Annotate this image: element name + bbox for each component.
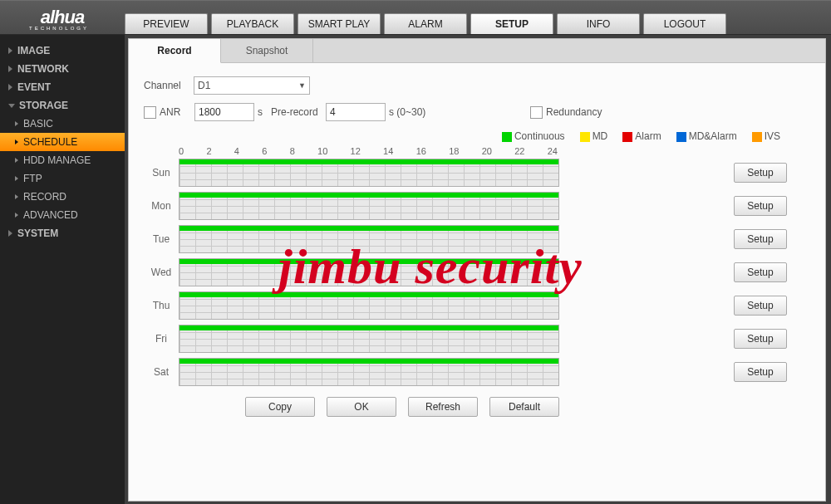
- redundancy-checkbox[interactable]: [530, 106, 543, 119]
- setup-button-mon[interactable]: Setup: [734, 196, 787, 216]
- brand-sub: TECHNOLOGY: [29, 26, 89, 31]
- day-label: Mon: [144, 200, 179, 212]
- hour-tick: 6: [262, 146, 267, 156]
- hour-tick: 24: [548, 146, 558, 156]
- sidebar-item-advanced[interactable]: ADVANCED: [0, 206, 125, 224]
- hour-tick: 0: [179, 146, 184, 156]
- anr-unit: s: [254, 106, 271, 118]
- continuous-bar: [179, 259, 558, 264]
- top-tab-info[interactable]: INFO: [557, 13, 640, 34]
- top-tab-playback[interactable]: PLAYBACK: [211, 13, 294, 34]
- day-grid[interactable]: [179, 291, 559, 320]
- ok-button[interactable]: OK: [327, 397, 396, 417]
- sidebar-item-schedule[interactable]: SCHEDULE: [0, 133, 125, 151]
- top-tab-setup[interactable]: SETUP: [470, 13, 553, 34]
- setup-button-sun[interactable]: Setup: [734, 163, 787, 183]
- redundancy-label: Redundancy: [546, 106, 602, 118]
- continuous-bar: [179, 359, 558, 364]
- top-tab-smart-play[interactable]: SMART PLAY: [297, 13, 381, 34]
- setup-button-sat[interactable]: Setup: [734, 362, 787, 382]
- schedule-row-sat: SatSetup: [144, 355, 810, 389]
- main-area: RecordSnapshot Channel D1 ▼ ANR: [125, 35, 831, 504]
- sidebar-item-hdd-manage[interactable]: HDD MANAGE: [0, 151, 125, 169]
- day-grid[interactable]: [179, 358, 559, 386]
- prerecord-input[interactable]: [326, 103, 386, 121]
- refresh-button[interactable]: Refresh: [408, 397, 478, 417]
- setup-button-thu[interactable]: Setup: [734, 296, 787, 316]
- day-grid[interactable]: [179, 192, 559, 220]
- top-tab-alarm[interactable]: ALARM: [384, 13, 467, 34]
- hour-tick: 20: [482, 146, 492, 156]
- setup-button-fri[interactable]: Setup: [734, 329, 787, 349]
- day-label: Sun: [144, 167, 179, 179]
- day-grid[interactable]: [179, 325, 559, 353]
- hour-tick: 10: [317, 146, 327, 156]
- chevron-down-icon: ▼: [298, 81, 306, 90]
- top-tabs: PREVIEWPLAYBACKSMART PLAYALARMSETUPINFOL…: [125, 1, 726, 34]
- top-tab-preview[interactable]: PREVIEW: [125, 13, 208, 34]
- legend-swatch: [580, 132, 590, 142]
- default-button[interactable]: Default: [489, 397, 559, 417]
- inner-tabs: RecordSnapshot: [129, 39, 825, 63]
- schedule-row-thu: ThuSetup: [144, 289, 810, 322]
- brand-logo: alhua TECHNOLOGY: [0, 1, 125, 34]
- sidebar-cat-storage[interactable]: STORAGE: [0, 96, 125, 115]
- day-grid[interactable]: [179, 258, 559, 286]
- channel-select[interactable]: D1 ▼: [194, 76, 310, 95]
- hour-tick: 8: [290, 146, 295, 156]
- hour-tick: 14: [383, 146, 393, 156]
- panel: RecordSnapshot Channel D1 ▼ ANR: [128, 38, 826, 502]
- inner-tab-record[interactable]: Record: [129, 39, 221, 63]
- copy-button[interactable]: Copy: [245, 397, 315, 417]
- schedule-row-fri: FriSetup: [144, 322, 810, 355]
- sidebar-cat-system[interactable]: SYSTEM: [0, 224, 125, 242]
- schedule-chart: 024681012141618202224 SunSetupMonSetupTu…: [144, 146, 810, 389]
- schedule-row-sun: SunSetup: [144, 156, 810, 189]
- schedule-row-mon: MonSetup: [144, 189, 810, 223]
- day-label: Sat: [144, 366, 179, 378]
- sidebar-cat-event[interactable]: EVENT: [0, 78, 125, 96]
- legend-swatch: [622, 132, 632, 142]
- triangle-icon: [8, 230, 12, 237]
- anr-seconds-input[interactable]: [194, 103, 254, 121]
- sidebar-cat-network[interactable]: NETWORK: [0, 60, 125, 78]
- bottom-buttons: Copy OK Refresh Default: [245, 397, 810, 417]
- triangle-icon: [8, 66, 12, 72]
- triangle-icon: [8, 104, 15, 108]
- legend-item-continuous: Continuous: [502, 130, 565, 142]
- prerecord-label: Pre-record: [271, 106, 326, 118]
- continuous-bar: [179, 292, 558, 297]
- schedule-row-wed: WedSetup: [144, 256, 810, 289]
- inner-tab-snapshot[interactable]: Snapshot: [221, 39, 313, 62]
- sidebar: IMAGENETWORKEVENTSTORAGEBASICSCHEDULEHDD…: [0, 35, 125, 504]
- legend-item-alarm: Alarm: [622, 130, 661, 142]
- legend-swatch: [676, 132, 686, 142]
- sidebar-item-record[interactable]: RECORD: [0, 188, 125, 206]
- day-label: Fri: [144, 333, 179, 345]
- legend: ContinuousMDAlarmMD&AlarmIVS: [144, 128, 810, 144]
- top-header: alhua TECHNOLOGY PREVIEWPLAYBACKSMART PL…: [0, 0, 831, 35]
- day-grid[interactable]: [179, 225, 559, 253]
- triangle-icon: [8, 47, 12, 54]
- continuous-bar: [179, 325, 558, 330]
- schedule-row-tue: TueSetup: [144, 223, 810, 256]
- legend-item-ivs: IVS: [752, 130, 780, 142]
- hour-tick: 16: [416, 146, 426, 156]
- legend-swatch: [752, 132, 762, 142]
- triangle-icon: [8, 84, 12, 91]
- hour-tick: 22: [514, 146, 524, 156]
- setup-button-wed[interactable]: Setup: [734, 262, 787, 282]
- sidebar-item-ftp[interactable]: FTP: [0, 169, 125, 188]
- legend-swatch: [502, 132, 512, 142]
- sidebar-cat-image[interactable]: IMAGE: [0, 42, 125, 60]
- sidebar-item-basic[interactable]: BASIC: [0, 115, 125, 133]
- continuous-bar: [179, 226, 558, 231]
- continuous-bar: [179, 193, 558, 198]
- hour-tick: 2: [206, 146, 211, 156]
- continuous-bar: [179, 159, 558, 164]
- top-tab-logout[interactable]: LOGOUT: [643, 13, 726, 34]
- hour-tick: 4: [234, 146, 239, 156]
- setup-button-tue[interactable]: Setup: [734, 229, 787, 249]
- anr-checkbox[interactable]: [144, 106, 156, 119]
- day-grid[interactable]: [179, 159, 559, 187]
